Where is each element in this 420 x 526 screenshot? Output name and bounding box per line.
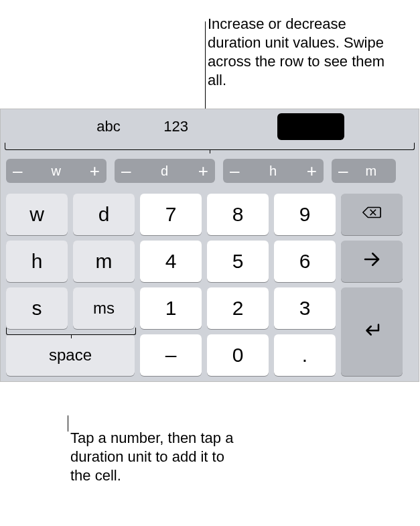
key-label: ms xyxy=(93,299,115,318)
unit-key-m[interactable]: m xyxy=(73,241,135,282)
key-label: m xyxy=(96,250,113,273)
duration-keyboard: abc 123 xyxy=(0,109,419,382)
arrow-right-icon xyxy=(362,249,382,274)
minus-icon[interactable]: – xyxy=(230,162,239,180)
return-icon xyxy=(362,320,382,344)
key-label: 0 xyxy=(232,344,244,367)
quick-mode-button[interactable] xyxy=(344,113,412,140)
123-label: 123 xyxy=(163,118,188,135)
key-label: s xyxy=(32,297,42,320)
callout-top: Increase or decrease duration unit value… xyxy=(208,15,402,90)
stepper-weeks[interactable]: – w + xyxy=(6,159,107,183)
unit-key-w[interactable]: w xyxy=(6,194,68,235)
stepper-unit-label: m xyxy=(365,163,376,179)
stepper-hours[interactable]: – h + xyxy=(223,159,324,183)
num-key-9[interactable]: 9 xyxy=(274,194,336,235)
key-label: h xyxy=(31,250,43,273)
key-label: d xyxy=(98,203,110,226)
duration-mode-button[interactable] xyxy=(277,113,345,140)
keypad: w d 7 8 9 h m 4 5 6 xyxy=(1,188,419,381)
key-label: 6 xyxy=(299,250,311,273)
num-key-0[interactable]: 0 xyxy=(207,334,269,376)
unit-key-s[interactable]: s xyxy=(6,287,68,329)
unit-key-h[interactable]: h xyxy=(6,241,68,282)
num-key-4[interactable]: 4 xyxy=(140,241,202,282)
backspace-icon xyxy=(362,202,382,227)
minus-key[interactable]: – xyxy=(140,334,202,376)
key-label: – xyxy=(165,344,177,367)
key-label: 3 xyxy=(299,297,311,320)
next-key[interactable] xyxy=(341,241,403,282)
stepper-unit-label: d xyxy=(161,163,168,179)
key-label: 1 xyxy=(165,297,177,320)
unit-keys-bracket xyxy=(6,328,136,335)
return-key[interactable] xyxy=(341,287,403,376)
key-label: 5 xyxy=(232,250,244,273)
key-label: 7 xyxy=(165,203,177,226)
num-key-7[interactable]: 7 xyxy=(140,194,202,235)
stepper-unit-label: w xyxy=(51,163,60,179)
number-mode-button[interactable]: 123 xyxy=(142,113,210,140)
minus-icon[interactable]: – xyxy=(338,162,348,180)
plus-icon[interactable]: + xyxy=(198,162,208,180)
decimal-key[interactable]: . xyxy=(274,334,336,376)
num-key-3[interactable]: 3 xyxy=(274,287,336,329)
num-key-8[interactable]: 8 xyxy=(207,194,269,235)
key-label: space xyxy=(49,346,92,365)
callout-bottom: Tap a number, then tap a duration unit t… xyxy=(70,429,244,485)
plus-icon[interactable]: + xyxy=(90,162,100,180)
key-label: 9 xyxy=(299,203,311,226)
plus-icon[interactable]: + xyxy=(307,162,317,180)
num-key-2[interactable]: 2 xyxy=(207,287,269,329)
unit-key-d[interactable]: d xyxy=(73,194,135,235)
key-label: 4 xyxy=(165,250,177,273)
stepper-unit-label: h xyxy=(269,163,277,179)
key-label: . xyxy=(302,344,307,367)
key-label: w xyxy=(29,203,44,226)
space-key[interactable]: space xyxy=(6,334,135,376)
minus-icon[interactable]: – xyxy=(13,162,22,180)
minus-icon[interactable]: – xyxy=(121,162,131,180)
num-key-5[interactable]: 5 xyxy=(207,241,269,282)
key-label: 2 xyxy=(232,297,244,320)
text-mode-button[interactable]: abc xyxy=(75,113,143,140)
stepper-minutes[interactable]: – m xyxy=(332,159,396,183)
unit-key-ms[interactable]: ms xyxy=(73,287,135,329)
num-key-1[interactable]: 1 xyxy=(140,287,202,329)
format-mode-button[interactable] xyxy=(7,113,75,140)
key-label: 8 xyxy=(232,203,244,226)
stepper-days[interactable]: – d + xyxy=(115,159,215,183)
date-mode-button[interactable] xyxy=(210,113,277,140)
callout-bottom-leader xyxy=(68,415,68,432)
backspace-key[interactable] xyxy=(341,194,403,235)
keyboard-mode-toolbar: abc 123 xyxy=(1,109,419,144)
abc-label: abc xyxy=(96,118,120,135)
num-key-6[interactable]: 6 xyxy=(274,241,336,282)
toolbar-bracket xyxy=(5,143,415,150)
